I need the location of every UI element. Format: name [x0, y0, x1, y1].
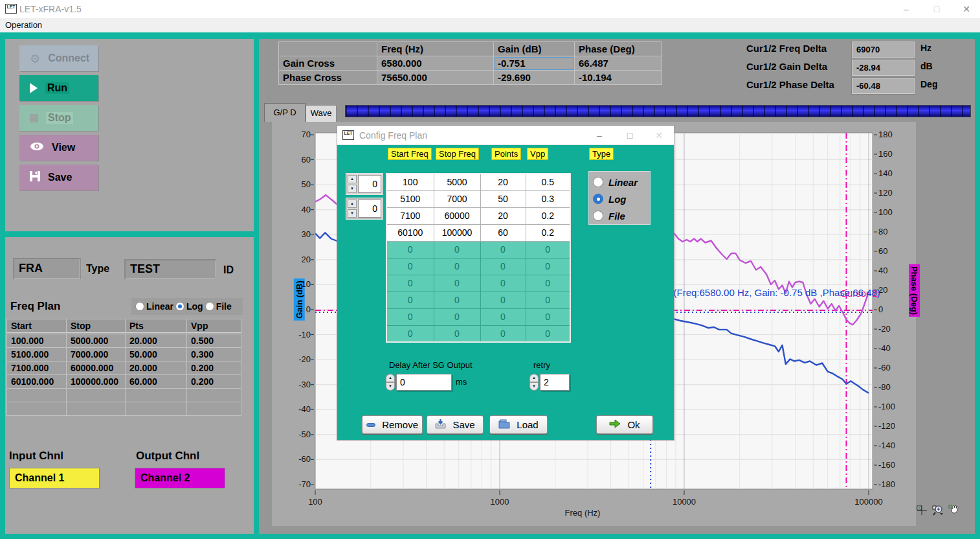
delay-unit-label: ms	[456, 377, 467, 387]
phase-delta-unit: Deg	[920, 79, 937, 89]
minimize-button[interactable]: –	[896, 3, 916, 16]
gear-icon: ⚙	[30, 52, 40, 65]
floppy-icon	[30, 171, 40, 184]
table-row: 5100.0007000.00050.0000.300	[7, 348, 241, 361]
spin-up-icon[interactable]: ▲	[348, 175, 357, 183]
dialog-radio-linear[interactable]: Linear	[589, 174, 650, 190]
retry-spinner[interactable]: ▲▼ 2	[528, 373, 571, 392]
freq-plan-title: Freq Plan	[10, 300, 60, 313]
radio-log[interactable]	[175, 302, 184, 311]
gain-delta-label: Cur1/2 Gain Delta	[746, 61, 827, 72]
gain-cross-row: Gain Cross 6580.000 -0.751 66.487	[279, 56, 662, 71]
vpp-col-label: Vpp	[527, 148, 548, 160]
spin-down-icon[interactable]: ▼	[348, 185, 357, 193]
input-chnl-label: Input Chnl	[9, 450, 63, 463]
radio-file[interactable]	[205, 302, 214, 311]
table-row: 100.0005000.00020.0000.500	[7, 334, 241, 348]
folder-icon	[498, 419, 510, 431]
zoom-tool-icon[interactable]	[932, 505, 944, 518]
dialog-radio-log[interactable]: Log	[589, 190, 650, 207]
spin-up-icon[interactable]: ▲	[529, 374, 539, 382]
save-button[interactable]: Save	[19, 165, 98, 190]
input-channel-value[interactable]: Channel 1	[9, 468, 100, 488]
spin-up-icon[interactable]: ▲	[386, 374, 395, 382]
delay-spinner[interactable]: ▲▼ 0	[384, 373, 453, 392]
pan-tool-icon[interactable]	[948, 505, 959, 518]
freq-plan-scale-radios: Linear Log File	[131, 298, 243, 315]
dialog-save-button[interactable]: Save	[427, 415, 484, 434]
table-row	[7, 389, 241, 402]
freq-plan-table[interactable]: Start Stop Pts Vpp 100.0005000.00020.000…	[6, 319, 241, 416]
content-area: ⚙ Connect Run Stop View Save	[0, 32, 980, 539]
menu-bar: Operation	[0, 18, 980, 32]
table-row	[7, 402, 241, 416]
dialog-title: Config Freq Plan	[359, 130, 427, 141]
config-panel: FRA Type TEST ID Freq Plan Linear Log Fi…	[5, 237, 254, 534]
menu-operation[interactable]: Operation	[5, 20, 42, 30]
row-spinner-1[interactable]: ▲▼ 0	[346, 173, 383, 195]
cross-table: Freq (Hz) Gain (dB) Phase (Deg) Gain Cro…	[278, 41, 662, 85]
output-chnl-label: Output Chnl	[136, 450, 199, 463]
points-col-label: Points	[491, 148, 521, 160]
remove-icon	[366, 423, 375, 427]
phase-delta-value[interactable]: -60.48	[851, 77, 915, 95]
tab-gpd[interactable]: G/P D	[264, 103, 306, 122]
tab-wave[interactable]: Wave	[306, 105, 337, 122]
play-icon	[30, 83, 38, 93]
dialog-close-button[interactable]: ✕	[649, 129, 669, 142]
dialog-maximize-button[interactable]: □	[620, 129, 640, 142]
start-freq-col-label: Start Freq	[388, 148, 432, 160]
window-title: LET-xFRA-v1.5	[19, 4, 82, 14]
dialog-logo-icon: LET	[342, 130, 354, 140]
load-button[interactable]: Load	[489, 415, 548, 434]
phase-cross-row: Phase Cross 75650.000 -29.690 -10.194	[279, 71, 662, 85]
freq-delta-unit: Hz	[920, 43, 931, 53]
dialog-freq-plan-table[interactable]: 1005000200.5 51007000500.3 710060000200.…	[386, 173, 571, 343]
type-col-label: Type	[589, 148, 614, 160]
row-spinner-2[interactable]: ▲▼ 0	[346, 198, 383, 220]
selected-cell[interactable]: -0.751	[494, 56, 575, 71]
app-window: LET LET-xFRA-v1.5 – □ ✕ Operation ⚙ Conn…	[0, 0, 980, 539]
title-bar: LET LET-xFRA-v1.5 – □ ✕	[0, 0, 980, 18]
remove-button[interactable]: Remove	[362, 415, 423, 434]
stop-freq-col-label: Stop Freq	[436, 148, 479, 160]
table-row: 7100.00060000.00020.0000.200	[7, 361, 241, 375]
gain-delta-value[interactable]: -28.94	[851, 59, 915, 76]
retry-label: retry	[533, 360, 550, 370]
progress-bar	[345, 105, 971, 117]
id-field[interactable]: TEST	[124, 259, 216, 279]
gain-delta-unit: dB	[920, 61, 933, 71]
config-freq-plan-dialog: LET Config Freq Plan – □ ✕ Start Freq St…	[337, 125, 674, 441]
spin-down-icon[interactable]: ▼	[529, 382, 539, 391]
type-field[interactable]: FRA	[13, 258, 81, 279]
spin-down-icon[interactable]: ▼	[348, 209, 357, 218]
radio-linear[interactable]	[135, 302, 144, 311]
dialog-radio-file[interactable]: File	[589, 207, 650, 224]
dialog-type-radios: Linear Log File	[588, 171, 651, 225]
connect-button[interactable]: ⚙ Connect	[19, 45, 98, 71]
ok-button[interactable]: Ok	[596, 415, 653, 434]
eye-icon	[30, 142, 44, 154]
cursor-tool-icon[interactable]	[917, 505, 928, 518]
delay-label: Delay After SG Output	[389, 360, 473, 370]
spin-up-icon[interactable]: ▲	[348, 200, 357, 208]
dialog-minimize-button[interactable]: –	[590, 129, 609, 142]
maximize-button[interactable]: □	[927, 3, 946, 16]
run-button[interactable]: Run	[19, 75, 98, 101]
phase-delta-label: Cur1/2 Phase Delta	[746, 79, 834, 90]
dialog-title-bar: LET Config Freq Plan – □ ✕	[337, 126, 674, 145]
view-button[interactable]: View	[19, 135, 98, 161]
type-label: Type	[86, 263, 109, 275]
freq-delta-label: Cur1/2 Freq Delta	[746, 43, 827, 54]
close-button[interactable]: ✕	[957, 3, 976, 16]
chart-tools	[917, 505, 959, 518]
stop-icon	[30, 114, 38, 122]
measurement-panel: Freq (Hz) Gain (dB) Phase (Deg) Gain Cro…	[259, 39, 975, 534]
stop-button[interactable]: Stop	[19, 105, 98, 131]
output-channel-value[interactable]: Channel 2	[135, 468, 225, 488]
table-row: 60100.000100000.00060.0000.200	[7, 375, 241, 389]
spin-down-icon[interactable]: ▼	[386, 382, 395, 391]
freq-delta-value[interactable]: 69070	[851, 41, 915, 58]
control-panel: ⚙ Connect Run Stop View Save	[5, 39, 254, 231]
arrow-right-icon	[609, 419, 621, 430]
